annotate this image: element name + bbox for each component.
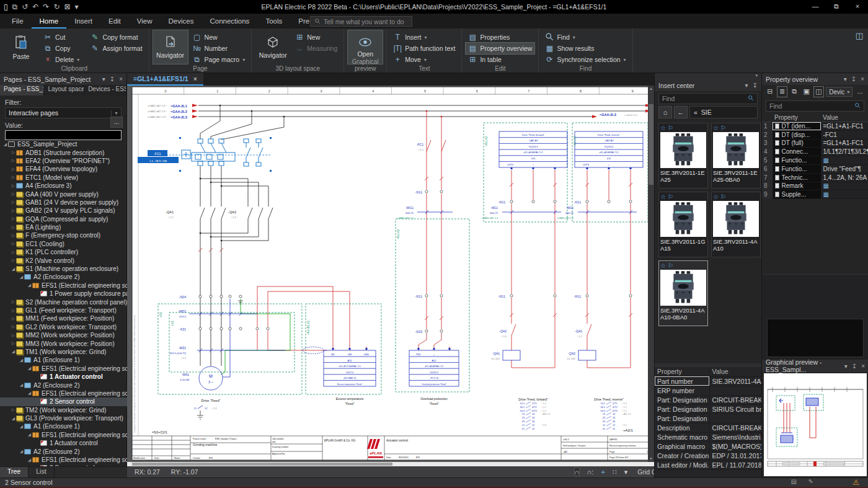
- tree-expander-icon[interactable]: ▷: [11, 216, 16, 221]
- panel-close-icon[interactable]: ×: [861, 76, 864, 82]
- tree-expander-icon[interactable]: ◢: [11, 349, 16, 354]
- close-button[interactable]: ×: [847, 0, 868, 14]
- tree-expander-icon[interactable]: ▷: [11, 208, 16, 213]
- qat-icon-4[interactable]: ↷: [43, 2, 49, 11]
- cut-button[interactable]: ✂Cut: [41, 32, 82, 43]
- tree-item[interactable]: ▷TM2 (Work workpiece: Grind): [0, 406, 127, 414]
- qat-icon-7[interactable]: ▾: [75, 2, 79, 11]
- tree-item[interactable]: ◢EFS1 (Electrical engineering sch...: [0, 389, 127, 397]
- vertical-scrollbar[interactable]: ▲ ▼: [648, 86, 654, 462]
- tree-expander-icon[interactable]: ▷: [11, 150, 16, 155]
- tree-item[interactable]: 1 Actuator control: [0, 439, 127, 447]
- tree-item[interactable]: ◢TM1 (Work workpiece: Grind): [0, 348, 127, 356]
- breadcrumb-chevron[interactable]: «: [694, 109, 698, 116]
- tree-item[interactable]: ▷EC1 (Cooling): [0, 240, 127, 248]
- panel-pin-icon[interactable]: ↧: [851, 76, 856, 82]
- panel-close-icon[interactable]: ×: [861, 363, 865, 370]
- tree-item[interactable]: ▷F (Emergency-stop control): [0, 231, 127, 239]
- tree-item[interactable]: ◢EFS1 (Electrical engineering sch...: [0, 282, 127, 290]
- property-row[interactable]: 1DT (iden...=GL1+A1-FC1: [762, 122, 868, 131]
- tree-item[interactable]: ▷K1 (PLC controller): [0, 248, 127, 256]
- pages-panel-tab-2[interactable]: Devices - ESS_...: [84, 85, 126, 95]
- tree-item[interactable]: ◢GL3 (Provide workpiece: Transport): [0, 414, 127, 422]
- part-property-row[interactable]: Part: Designation 3: [655, 414, 762, 423]
- property-overview-find[interactable]: Find: [766, 100, 864, 112]
- part-card[interactable]: ☆⚐SIE.3RV2011-1EA25: [658, 123, 708, 189]
- property-row[interactable]: 8Remark▦: [762, 182, 868, 190]
- tree-item[interactable]: ◢A1 (Enclosure 1): [0, 356, 127, 364]
- tag-icon[interactable]: ⚐: [668, 125, 675, 131]
- tree-expander-icon[interactable]: ▷: [11, 316, 16, 321]
- ribbon-tab-connections[interactable]: Connections: [202, 14, 257, 29]
- tree-expander-icon[interactable]: ▷: [11, 324, 16, 329]
- tree-expander-icon[interactable]: ▷: [11, 167, 16, 172]
- tree-item[interactable]: 2 Sensor control: [0, 397, 127, 406]
- tree-item[interactable]: ▷GQA (Compressed air supply): [0, 215, 127, 223]
- find-button[interactable]: Find▾: [542, 32, 628, 43]
- tree-expander-icon[interactable]: ▷: [11, 341, 16, 346]
- property-row[interactable]: 3DT (full)=GL1+A1-FC1: [762, 139, 868, 148]
- tab-tree[interactable]: Tree: [0, 467, 29, 477]
- part-card[interactable]: ☆⚐SIE.3RV2011-4AA10: [711, 192, 761, 257]
- scrollbar-thumb[interactable]: [649, 104, 653, 185]
- snap-grid-icon[interactable]: ∩:: [587, 468, 593, 476]
- tree-item[interactable]: ◢EFS1 (Electrical engineering sch...: [0, 431, 127, 439]
- document-tab[interactable]: =GL1+A1&EFS1/1 ×: [127, 73, 203, 86]
- minimize-button[interactable]: —: [805, 0, 826, 14]
- tellme-search[interactable]: Tell me what you want to do: [310, 16, 412, 27]
- tree-item[interactable]: ▷EFA4 (Overview topology): [0, 165, 127, 173]
- tree-item[interactable]: ▷GAA (400 V power supply): [0, 190, 127, 198]
- restore-button[interactable]: ⧉: [826, 0, 847, 14]
- number-button[interactable]: №Number: [190, 43, 248, 54]
- panel-dropdown-icon[interactable]: ▾: [745, 82, 748, 89]
- tree-expander-icon[interactable]: ▷: [11, 175, 16, 180]
- tree-expander-icon[interactable]: ◢: [11, 416, 16, 421]
- tree-expander-icon[interactable]: ▷: [11, 333, 16, 338]
- tag-icon[interactable]: ⚐: [668, 262, 675, 269]
- qat-icon-3[interactable]: ↶: [32, 2, 38, 11]
- part-property-row[interactable]: Part: Designation 1CIRCUIT-BREAKE...: [655, 395, 762, 404]
- part-property-row[interactable]: Schematic macroSiemens\Industri...: [655, 432, 762, 441]
- tree-item[interactable]: ▷GAB1 (24 V device power supply): [0, 198, 127, 206]
- tree-expander-icon[interactable]: ◢: [2, 142, 8, 147]
- tree-expander-icon[interactable]: ◢: [19, 424, 24, 429]
- new-button[interactable]: ▢New: [190, 32, 248, 43]
- tree-expander-icon[interactable]: ◢: [19, 383, 24, 388]
- tree-item[interactable]: ▷GL1 (Feed workpiece: Transport): [0, 306, 127, 314]
- tree-expander-icon[interactable]: ▷: [11, 241, 16, 246]
- breadcrumb[interactable]: « SIE: [689, 106, 758, 118]
- tag-icon[interactable]: ⚐: [668, 193, 675, 200]
- tab-list[interactable]: List: [29, 467, 54, 477]
- path-function-text-button[interactable]: |T|Path function text: [391, 43, 458, 54]
- panel-dropdown-icon[interactable]: ▾: [844, 76, 847, 82]
- tree-item[interactable]: ◢A2 (Enclosure 2): [0, 447, 127, 455]
- preview-canvas[interactable]: [764, 373, 867, 476]
- part-property-row[interactable]: Part numberSIE.3RV2011-4AA...: [655, 376, 762, 386]
- tree-item[interactable]: ◢ESS_Sample_Project: [0, 140, 127, 148]
- property-row[interactable]: 5Functio...▦: [762, 156, 868, 165]
- tree-expander-icon[interactable]: ▷: [11, 192, 16, 197]
- part-property-row[interactable]: Last editor / Modi...EPL / 11.07.2018 1.…: [655, 460, 762, 469]
- synchronize-selection-button[interactable]: ⟳Synchronize selection▾: [542, 54, 628, 65]
- panel-pin-icon[interactable]: ↧: [753, 82, 758, 89]
- paste-icon[interactable]: ▣: [802, 87, 812, 97]
- tab-close-icon[interactable]: ×: [193, 75, 197, 82]
- tree-item[interactable]: ▷MM3 (Work workpiece: Position): [0, 339, 127, 347]
- tree-item[interactable]: ▷MM1 (Feed workpiece: Position): [0, 314, 127, 322]
- ribbon-tab-insert[interactable]: Insert: [66, 14, 100, 29]
- tree-item[interactable]: ◢EFS1 (Electrical engineering sch...: [0, 456, 127, 464]
- scrollbar-thumb[interactable]: [132, 463, 392, 466]
- delete-button[interactable]: ×Delete▾: [41, 54, 82, 65]
- tag-icon[interactable]: ⚐: [720, 125, 728, 131]
- new-button[interactable]: ⊞New: [293, 32, 340, 43]
- part-property-row[interactable]: Graphical macro$(MD_MACROS)\...: [655, 441, 762, 451]
- property-overview-button[interactable]: ▤Property overview: [466, 43, 534, 54]
- property-row[interactable]: 6Functio...Drive "Feed"¶: [762, 164, 868, 173]
- tree-item[interactable]: ▷ADB1 (Structure description): [0, 148, 127, 156]
- tree-item[interactable]: ▷EFA2 (Overview "PROFINET"): [0, 157, 127, 165]
- status-extra-icons[interactable]: ▤ ✎: [790, 478, 818, 485]
- snap-icon[interactable]: ∩: [575, 468, 580, 476]
- tree-expander-icon[interactable]: ▷: [11, 225, 16, 230]
- qat-icon-0[interactable]: ▯: [4, 2, 8, 11]
- measuring-button[interactable]: ↔Measuring: [293, 43, 340, 54]
